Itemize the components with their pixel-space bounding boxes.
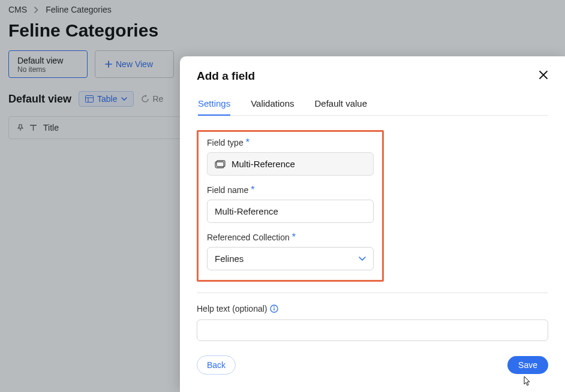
required-asterisk: * — [292, 233, 296, 242]
referenced-collection-label-text: Referenced Collection — [207, 233, 290, 242]
cursor-icon — [522, 375, 533, 387]
close-icon — [539, 70, 548, 80]
tab-default-value[interactable]: Default value — [314, 95, 367, 115]
referenced-collection-select[interactable]: Felines — [207, 247, 374, 270]
required-asterisk: * — [246, 138, 250, 147]
divider — [197, 293, 548, 293]
svg-point-4 — [274, 306, 275, 307]
field-type-select[interactable]: Multi-Reference — [207, 152, 374, 176]
field-type-value: Multi-Reference — [232, 159, 295, 169]
help-text-label: Help text (optional) — [197, 304, 548, 313]
field-name-label-text: Field name — [207, 185, 248, 195]
save-button[interactable]: Save — [507, 356, 548, 374]
add-field-modal: Add a field Settings Validations Default… — [180, 56, 565, 392]
field-name-label: Field name * — [207, 185, 374, 195]
tab-validations[interactable]: Validations — [251, 95, 294, 115]
info-icon[interactable] — [270, 304, 278, 313]
help-text-input[interactable] — [197, 319, 548, 341]
modal-tabs: Settings Validations Default value — [197, 95, 548, 116]
help-text-label-text: Help text (optional) — [197, 304, 268, 313]
chevron-down-icon — [359, 257, 366, 261]
field-type-label: Field type * — [207, 138, 374, 147]
multi-reference-icon — [215, 160, 226, 168]
back-button[interactable]: Back — [197, 355, 236, 375]
referenced-collection-label: Referenced Collection * — [207, 233, 374, 242]
highlight-region: Field type * Multi-Reference Field name … — [197, 130, 384, 282]
referenced-collection-value: Felines — [215, 254, 244, 264]
svg-rect-5 — [274, 308, 274, 310]
field-name-input[interactable] — [207, 200, 374, 223]
field-type-label-text: Field type — [207, 138, 244, 147]
close-button[interactable] — [539, 70, 548, 82]
tab-settings[interactable]: Settings — [198, 95, 230, 116]
required-asterisk: * — [251, 185, 254, 195]
modal-title: Add a field — [197, 70, 255, 83]
